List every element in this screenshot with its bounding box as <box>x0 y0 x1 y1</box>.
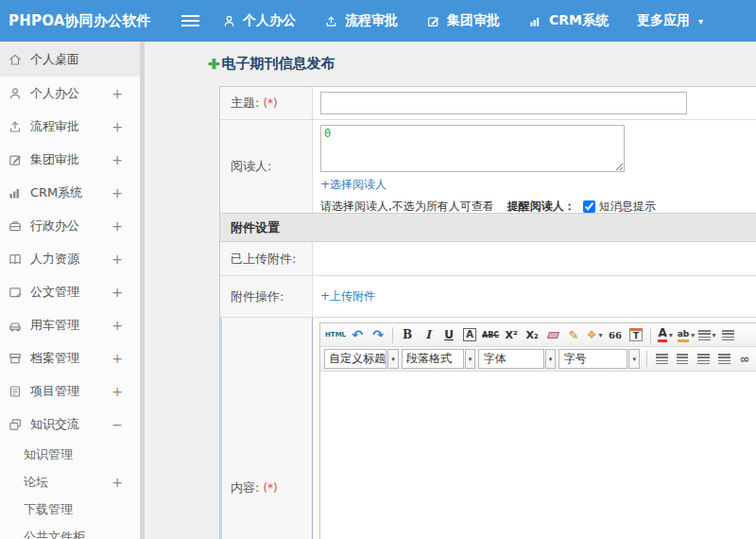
quote-icon: 66 <box>609 330 622 340</box>
sidebar-item-admin-office[interactable]: 行政办公 + <box>0 209 140 242</box>
align-center-button[interactable] <box>673 350 692 369</box>
edit-icon <box>8 152 23 167</box>
subject-label: 主题: <box>231 95 259 112</box>
document-icon <box>8 285 23 300</box>
expand-toggle[interactable]: + <box>108 252 127 267</box>
paragraph-format-select[interactable]: 段落格式 <box>402 349 464 369</box>
blockquote-button[interactable]: 66 <box>606 325 625 344</box>
ordered-list-button[interactable]: ▾ <box>697 325 716 344</box>
upload-attachment-link[interactable]: +上传附件 <box>320 288 375 304</box>
strikethrough-button[interactable]: ABC <box>481 325 500 344</box>
bold-button[interactable]: B <box>398 325 417 344</box>
sidebar-item-archive-mgmt[interactable]: 档案管理 + <box>0 341 140 374</box>
page-title: 电子期刊信息发布 <box>222 55 335 73</box>
subscript-icon: X₂ <box>525 329 538 341</box>
expand-toggle[interactable]: + <box>108 119 127 134</box>
unordered-list-button[interactable] <box>718 325 737 344</box>
expand-toggle[interactable]: + <box>108 475 127 490</box>
sidebar-item-personal-office[interactable]: 个人办公 + <box>0 77 140 110</box>
nav-personal-office[interactable]: 个人办公 <box>222 12 296 29</box>
redo-button[interactable]: ↷ <box>369 325 387 344</box>
expand-toggle[interactable]: + <box>108 86 127 101</box>
book-icon <box>8 252 23 267</box>
sidebar-item-vehicle-mgmt[interactable]: 用车管理 + <box>0 308 140 341</box>
font-color-button[interactable]: A▾ <box>656 325 675 344</box>
format-brush-button[interactable]: ✎ <box>564 325 583 344</box>
sms-notify-checkbox[interactable] <box>583 200 595 213</box>
caret-down-icon[interactable]: ▾ <box>628 349 640 369</box>
sidebar-item-workflow-approval[interactable]: 流程审批 + <box>0 110 140 143</box>
choose-readers-link[interactable]: +选择阅读人 <box>320 178 387 191</box>
readers-textarea[interactable]: 0 <box>320 125 625 172</box>
font-size-select[interactable]: 字号 <box>558 349 627 369</box>
justify-button[interactable] <box>714 350 733 369</box>
font-border-icon: A <box>463 328 476 341</box>
nav-workflow-approval[interactable]: 流程审批 <box>324 12 398 29</box>
align-left-button[interactable] <box>652 350 671 369</box>
html-source-button[interactable]: HTML <box>325 325 346 344</box>
subject-input[interactable] <box>320 92 687 114</box>
italic-button[interactable]: I <box>419 325 438 344</box>
expand-toggle[interactable]: + <box>108 318 127 333</box>
sidebar-item-group-approval[interactable]: 集团审批 + <box>0 143 140 176</box>
caret-down-icon: ▾ <box>691 331 695 339</box>
eraser-icon <box>546 332 558 339</box>
custom-heading-select[interactable]: 自定义标题 <box>324 349 387 369</box>
expand-toggle[interactable]: + <box>108 152 127 167</box>
subscript-button[interactable]: X₂ <box>523 325 541 344</box>
strikethrough-icon: ABC <box>482 331 499 339</box>
ordered-list-icon <box>698 330 711 340</box>
caret-down-icon: ▾ <box>713 331 716 339</box>
sidebar-subitem-download-mgmt[interactable]: 下载管理 <box>0 496 140 523</box>
editor-content-area[interactable] <box>320 372 756 539</box>
expand-toggle[interactable]: + <box>108 218 127 234</box>
collapse-toggle[interactable]: − <box>108 417 127 432</box>
edit-icon <box>426 14 440 28</box>
insert-link-button[interactable]: ∞ <box>735 350 754 369</box>
superscript-button[interactable]: X² <box>502 325 521 344</box>
readers-label: 阅读人: <box>231 158 271 175</box>
expand-toggle[interactable]: + <box>108 384 127 399</box>
align-center-icon <box>677 354 688 364</box>
align-right-button[interactable] <box>694 350 713 369</box>
nav-group-approval[interactable]: 集团审批 <box>426 12 500 29</box>
expand-toggle[interactable]: + <box>108 351 127 366</box>
attachments-section-header: 附件设置 <box>220 213 756 242</box>
sidebar-item-document-mgmt[interactable]: 公文管理 + <box>0 275 140 308</box>
font-border-button[interactable]: A <box>460 325 479 344</box>
underline-button[interactable]: U <box>439 325 458 344</box>
sidebar-subitem-public-cabinet[interactable]: 公共文件柜 <box>0 523 140 539</box>
sidebar-subitem-knowledge-mgmt[interactable]: 知识管理 <box>0 441 140 468</box>
nav-crm[interactable]: CRM系统 <box>528 12 609 29</box>
brush-icon: ✎ <box>569 328 579 342</box>
paste-icon: T <box>629 328 643 341</box>
menu-toggle-icon[interactable] <box>181 15 199 26</box>
font-family-select[interactable]: 字体 <box>478 349 543 369</box>
undo-button[interactable]: ↶ <box>348 325 367 344</box>
sidebar-item-hr[interactable]: 人力资源 + <box>0 242 140 275</box>
sidebar-subitem-forum[interactable]: 论坛 + <box>0 468 140 496</box>
expand-toggle[interactable]: + <box>108 185 127 200</box>
main-panel: ✚ 电子期刊信息发布 主题: (*) 阅读人: 0 <box>145 42 756 539</box>
app-logo[interactable]: PHPOA协同办公软件 <box>0 12 181 30</box>
paste-word-button[interactable]: T <box>627 325 645 344</box>
expand-toggle[interactable]: + <box>108 285 127 300</box>
nav-more-apps[interactable]: 更多应用 ▾ <box>637 12 703 29</box>
sidebar-item-desktop[interactable]: 个人桌面 <box>0 42 140 77</box>
editor-toolbar-row1: HTML ↶ ↷ B I U A ABC X² X₂ ✎ <box>320 323 756 347</box>
top-nav: 个人办公 流程审批 集团审批 CRM系统 更多应用 ▾ <box>222 12 703 29</box>
chart-icon <box>8 185 23 200</box>
highlight-button[interactable]: ab▾ <box>677 325 696 344</box>
top-header: PHPOA协同办公软件 个人办公 流程审批 集团审批 CRM系统 更多应用 ▾ <box>0 0 756 42</box>
sidebar-item-project-mgmt[interactable]: 项目管理 + <box>0 374 140 408</box>
toolbar-separator <box>392 327 393 343</box>
sidebar-item-crm[interactable]: CRM系统 + <box>0 176 140 209</box>
eraser-button[interactable] <box>543 325 562 344</box>
sidebar-item-knowledge[interactable]: 知识交流 − <box>0 408 140 441</box>
caret-down-icon[interactable]: ▾ <box>465 349 476 369</box>
caret-down-icon[interactable]: ▾ <box>545 349 557 369</box>
publish-form: 主题: (*) 阅读人: 0 +选择阅读人 请选择阅 <box>219 86 756 539</box>
auto-typeset-button[interactable]: ❖▾ <box>585 325 604 344</box>
link-icon: ∞ <box>740 352 750 366</box>
caret-down-icon[interactable]: ▾ <box>387 349 399 369</box>
